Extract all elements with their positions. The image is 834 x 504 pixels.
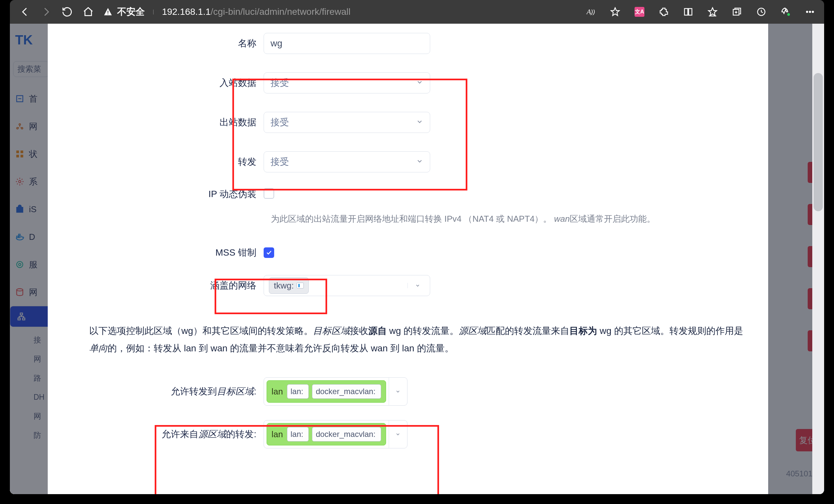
covered-network-chip[interactable]: tkwg: [269,277,309,294]
label-mss: MSS 钳制 [60,246,264,259]
brand-logo: TK [10,28,49,51]
zone-src-chip[interactable]: lan lan: docker_macvlan: [267,423,386,445]
svg-point-8 [812,11,814,13]
forward-button[interactable] [40,6,52,18]
browser-toolbar: 不安全 | 192.168.1.1/cgi-bin/luci/admin/net… [10,0,824,24]
label-masq: IP 动态伪装 [60,188,264,200]
svg-rect-14 [20,151,23,153]
chevron-down-icon [408,283,427,288]
svg-rect-15 [17,155,19,157]
svg-point-23 [19,264,21,266]
svg-rect-21 [19,234,20,236]
url-display: 192.168.1.1/cgi-bin/luci/admin/network/f… [162,6,351,17]
sidebar-item-netstorage[interactable]: 网 [10,278,49,306]
back-button[interactable] [19,6,31,18]
sidebar-search-input[interactable]: 搜索菜 [13,61,49,77]
favorite-icon[interactable] [610,7,620,17]
inbound-select[interactable]: 接受 [264,72,430,93]
label-forward: 转发 [60,156,264,168]
favorites-bar-icon[interactable] [708,7,718,17]
svg-rect-16 [20,155,23,157]
dest-zones-select[interactable]: lan lan: docker_macvlan: [264,377,408,406]
zone-name: lan [271,429,283,439]
chevron-down-icon [416,157,423,167]
svg-point-17 [19,181,21,183]
subnav-item-interfaces[interactable]: 接 [34,330,49,349]
subnav-item-diag[interactable]: 网 [34,407,49,426]
subnav-item-wireless[interactable]: 网 [34,349,49,368]
sidebar-item-status[interactable]: 状 [10,140,49,168]
svg-point-7 [809,11,811,13]
more-menu-icon[interactable] [805,7,815,17]
forward-select[interactable]: 接受 [264,151,430,173]
masq-help-text: 为此区域的出站流量开启网络地址和端口转换 IPv4 （NAT4 或 NAPT4）… [271,207,748,238]
svg-point-11 [17,128,18,129]
zone-dest-chip[interactable]: lan lan: docker_macvlan: [267,380,386,403]
home-button[interactable] [82,6,94,18]
performance-icon[interactable] [781,7,791,17]
sidebar-subnav: 接 网 路 DH 网 防 [10,330,49,445]
outbound-select[interactable]: 接受 [264,112,430,133]
iface-chip-macvlan: docker_macvlan: [312,384,381,399]
sidebar-item-istore[interactable]: iS [10,196,49,223]
mss-checkbox[interactable] [264,247,274,258]
interface-icon [297,282,304,289]
label-name: 名称 [60,37,264,50]
src-zones-select[interactable]: lan lan: docker_macvlan: [264,420,408,449]
history-icon[interactable] [756,7,766,17]
iface-chip-lan: lan: [287,427,309,441]
subnav-item-routing[interactable]: 路 [34,368,49,388]
subnav-item-firewall[interactable]: 防 [34,426,49,445]
svg-point-10 [19,124,21,125]
forward-policy-description: 以下选项控制此区域（wg）和其它区域间的转发策略。目标区域接收源自 wg 的转发… [89,322,748,357]
svg-rect-2 [685,8,688,15]
page-scrollbar[interactable] [812,24,824,494]
label-inbound: 入站数据 [60,77,264,89]
label-outbound: 出站数据 [60,116,264,129]
zone-name: lan [271,387,283,397]
refresh-button[interactable] [61,6,73,18]
sidebar-item-docker[interactable]: D [10,223,49,251]
insecure-label: 不安全 [117,6,145,17]
split-screen-icon[interactable] [683,7,693,17]
chevron-down-icon [416,78,423,88]
svg-rect-25 [20,313,23,315]
label-covered-networks: 涵盖的网络 [60,279,264,292]
sidebar: TK 搜索菜 首 网 状 系 iS D 服 网 网 接 网 路 DH [10,24,49,494]
masq-checkbox[interactable] [264,188,274,199]
sidebar-item-services[interactable]: 服 [10,251,49,278]
svg-point-6 [806,11,808,13]
svg-rect-1 [108,14,108,14]
svg-rect-18 [17,207,23,212]
chevron-down-icon [416,117,423,128]
insecure-warning-icon [103,7,113,17]
svg-rect-27 [23,318,25,320]
svg-point-24 [17,289,23,291]
address-bar[interactable]: 不安全 | 192.168.1.1/cgi-bin/luci/admin/net… [103,6,351,18]
svg-rect-3 [688,8,692,15]
svg-rect-13 [17,151,19,153]
zone-edit-modal: 名称 入站数据 接受 出站数据 [48,24,768,494]
subnav-item-dhcp[interactable]: DH [34,388,49,407]
svg-rect-19 [17,236,18,238]
sidebar-item-system[interactable]: 系 [10,168,49,196]
read-aloud-icon[interactable]: A)) [586,7,596,17]
svg-point-22 [17,261,23,268]
iface-chip-macvlan: docker_macvlan: [312,427,381,441]
translate-badge-icon[interactable]: 文A [635,7,644,17]
label-src-zones: 允许来自源区域的转发: [60,428,264,440]
name-input[interactable] [264,33,430,54]
iface-chip-lan: lan: [287,384,309,399]
label-dest-zones: 允许转发到目标区域: [60,385,264,398]
sidebar-item-home[interactable]: 首 [10,85,49,113]
svg-point-12 [21,128,23,129]
extensions-icon[interactable] [659,7,669,17]
svg-rect-0 [108,11,108,13]
sidebar-item-netgui[interactable]: 网 [10,113,49,140]
svg-rect-20 [19,236,20,238]
svg-rect-26 [18,318,20,320]
scroll-thumb[interactable] [814,73,823,211]
covered-networks-select[interactable]: tkwg: [264,275,430,296]
collections-icon[interactable] [732,7,742,17]
